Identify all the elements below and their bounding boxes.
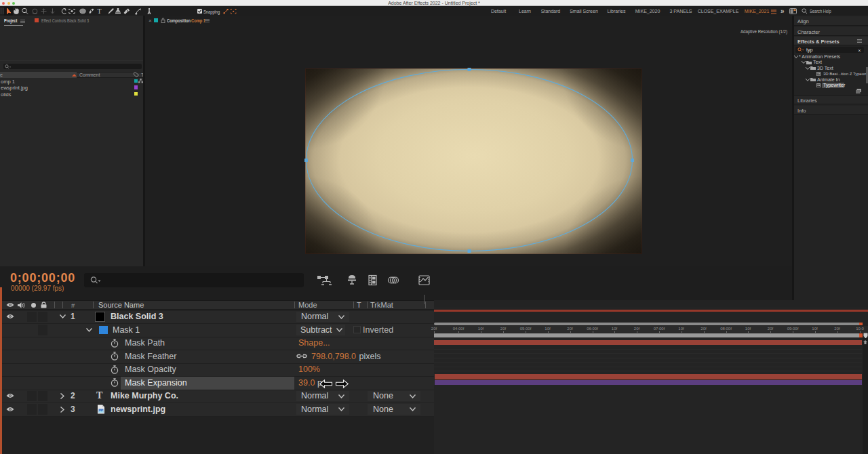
svg-text:T: T — [97, 7, 101, 15]
